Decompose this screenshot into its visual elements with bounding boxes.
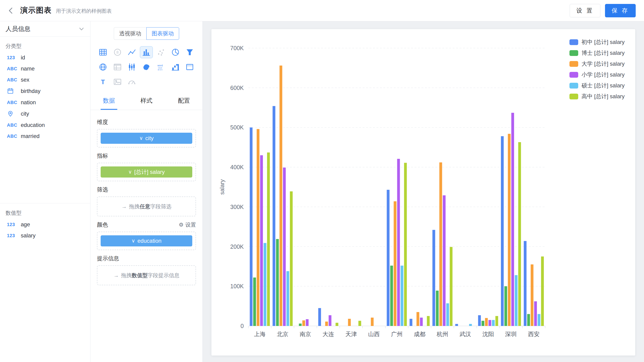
- bar: [531, 264, 534, 326]
- settings-button[interactable]: 设 置: [570, 4, 600, 17]
- field-type-label: ABC: [7, 122, 21, 128]
- metric-dropzone[interactable]: ∨ [总计] salary: [97, 163, 196, 181]
- legend-item[interactable]: 小学 [总计] salary: [570, 71, 624, 78]
- bar: [488, 320, 491, 326]
- bar: [478, 315, 481, 326]
- chart-type-number-card: 8: [111, 46, 124, 58]
- legend-item[interactable]: 大学 [总计] salary: [570, 60, 624, 68]
- chart-type-funnel-chart[interactable]: [183, 46, 196, 58]
- chart-type-gauge-chart: [125, 76, 138, 88]
- legend-item[interactable]: 高中 [总计] salary: [570, 93, 624, 100]
- driver-mode-tabs: 透视驱动图表驱动: [90, 27, 202, 40]
- field-name: married: [21, 133, 40, 139]
- chevron-down-icon: ∨: [131, 238, 135, 243]
- chart-type-grid: 8wordcloudab cd eT: [90, 42, 202, 93]
- legend-label: 博士 [总计] salary: [582, 49, 624, 57]
- svg-text:深圳: 深圳: [505, 331, 517, 337]
- bar: [443, 195, 446, 326]
- legend-item[interactable]: 博士 [总计] salary: [570, 49, 624, 57]
- tab-config[interactable]: 配置: [176, 93, 192, 110]
- filter-dropzone[interactable]: → 拖拽任意字段筛选: [97, 197, 196, 216]
- main-area: 人员信息 分类型123idABCnameABCsexbirthdayABCnat…: [0, 21, 644, 362]
- bar-chart-icon: [142, 48, 151, 57]
- back-button[interactable]: [6, 5, 16, 16]
- field-name: salary: [21, 232, 36, 239]
- svg-text:700K: 700K: [230, 45, 244, 51]
- field-sidebar: 人员信息 分类型123idABCnameABCsexbirthdayABCnat…: [0, 21, 90, 362]
- bar: [416, 312, 419, 326]
- field-item-education[interactable]: ABCeducation: [0, 119, 90, 131]
- chart-config-panel: 透视驱动图表驱动 8wordcloudab cd eT 数据样式配置 维度 ∨ …: [90, 21, 203, 362]
- chart-type-table-chart[interactable]: [96, 46, 110, 58]
- bar: [401, 266, 404, 326]
- save-button[interactable]: 保 存: [605, 4, 636, 17]
- legend-swatch: [570, 72, 578, 78]
- field-type-label: 123: [7, 233, 21, 238]
- bar: [290, 192, 293, 326]
- legend-swatch: [570, 83, 578, 89]
- field-item-nation[interactable]: ABCnation: [0, 97, 90, 108]
- metric-pill-salary[interactable]: ∨ [总计] salary: [101, 166, 192, 177]
- svg-text:400K: 400K: [230, 164, 244, 170]
- legend-item[interactable]: 初中 [总计] salary: [570, 38, 624, 46]
- bar: [495, 316, 498, 326]
- dimension-pill-city[interactable]: ∨ city: [101, 133, 192, 144]
- mode-tab-chart-driven[interactable]: 图表驱动: [146, 27, 179, 40]
- legend-swatch: [570, 39, 578, 45]
- bar: [439, 162, 442, 326]
- bar: [511, 113, 514, 326]
- kline-chart-icon: [128, 63, 136, 71]
- chart-card: 0100K200K300K400K500K600K700Ksalary上海北京南…: [212, 29, 635, 355]
- field-item-name[interactable]: ABCname: [0, 63, 90, 74]
- tooltip-dropzone[interactable]: → 拖拽数值型字段提示信息: [97, 265, 196, 285]
- field-item-id[interactable]: 123id: [0, 52, 90, 63]
- bar: [450, 247, 452, 326]
- chart-type-line-chart[interactable]: [125, 46, 138, 58]
- bar: [286, 271, 289, 326]
- field-item-birthday[interactable]: birthday: [0, 85, 90, 97]
- location-icon: [7, 110, 21, 117]
- svg-text:武汉: 武汉: [460, 331, 471, 337]
- field-item-sex[interactable]: ABCsex: [0, 74, 90, 85]
- field-item-city[interactable]: city: [0, 108, 90, 119]
- color-dropzone[interactable]: ∨ education: [97, 232, 196, 250]
- bar: [427, 316, 430, 326]
- bar: [283, 167, 286, 326]
- border-frame-icon: [185, 63, 194, 71]
- chart-type-word-cloud[interactable]: wordcloudab cd e: [154, 61, 167, 73]
- dimension-label: 维度: [97, 118, 196, 126]
- chart-type-kline-chart[interactable]: [125, 61, 138, 73]
- svg-text:成都: 成都: [414, 331, 426, 337]
- chart-type-pivot-table: [111, 61, 124, 73]
- chart-type-text-card[interactable]: T: [96, 76, 110, 88]
- field-item-age[interactable]: 123age: [0, 219, 90, 230]
- dataset-selector[interactable]: 人员信息: [0, 21, 90, 37]
- chart-type-pie-chart[interactable]: [169, 46, 182, 58]
- chart-type-map-chart[interactable]: [140, 61, 153, 73]
- chart-type-waterfall-chart[interactable]: [169, 61, 182, 73]
- field-item-married[interactable]: ABCmarried: [0, 131, 90, 142]
- chart-canvas-area: 0100K200K300K400K500K600K700Ksalary上海北京南…: [203, 21, 644, 362]
- arrow-right-icon: →: [114, 272, 119, 279]
- svg-text:山西: 山西: [368, 331, 380, 337]
- color-settings-button[interactable]: ⚙ 设置: [179, 221, 196, 228]
- legend-item[interactable]: 硕士 [总计] salary: [570, 82, 624, 89]
- mode-tab-pivot-driven[interactable]: 透视驱动: [114, 27, 146, 40]
- field-name: sex: [21, 77, 29, 83]
- chart-type-border-frame[interactable]: [183, 61, 196, 73]
- field-name: id: [21, 54, 25, 61]
- field-name: age: [21, 221, 30, 228]
- chevron-down-icon: [78, 26, 85, 32]
- scatter-chart-icon: [156, 48, 165, 57]
- tab-style[interactable]: 样式: [138, 93, 155, 110]
- color-pill-education[interactable]: ∨ education: [101, 235, 192, 246]
- tooltip-placeholder: → 拖拽数值型字段提示信息: [114, 272, 180, 279]
- tab-data[interactable]: 数据: [101, 93, 117, 110]
- chart-legend: 初中 [总计] salary博士 [总计] salary大学 [总计] sala…: [570, 38, 624, 100]
- chart-type-bar-chart[interactable]: [140, 46, 153, 58]
- dimension-dropzone[interactable]: ∨ city: [97, 129, 196, 147]
- chart-type-radar-chart[interactable]: [96, 61, 110, 73]
- bar: [534, 301, 537, 326]
- svg-text:200K: 200K: [230, 243, 244, 250]
- field-item-salary[interactable]: 123salary: [0, 230, 90, 241]
